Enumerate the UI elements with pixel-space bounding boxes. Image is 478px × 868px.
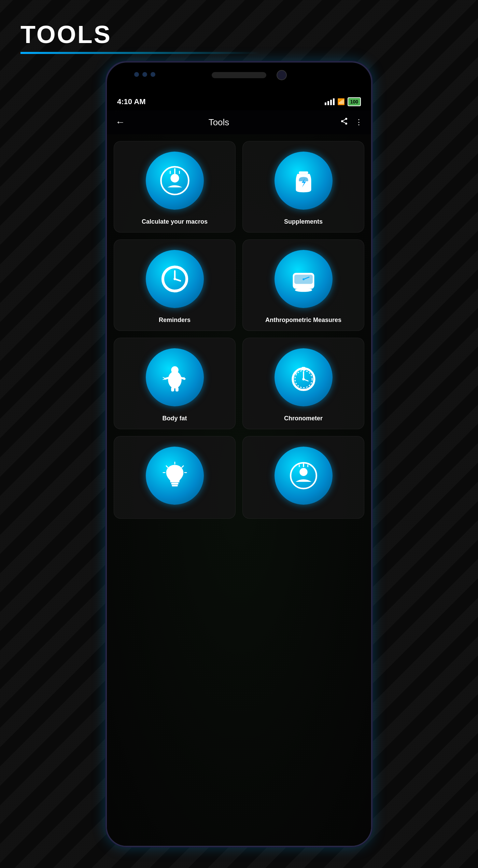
svg-text:<: < bbox=[181, 375, 184, 381]
tool-card-anthropometric[interactable]: Anthropometric Measures bbox=[242, 239, 364, 331]
status-bar: 4:10 AM 📶 100 bbox=[107, 93, 371, 110]
page-title: TOOLS bbox=[20, 20, 259, 48]
svg-point-21 bbox=[168, 371, 182, 388]
signal-bars bbox=[325, 98, 335, 105]
tips-icon-circle bbox=[146, 447, 204, 505]
phone-dot bbox=[142, 72, 147, 77]
app-content: Calculate your macros Su bbox=[107, 134, 371, 846]
tool-card-chronometer[interactable]: Chronometer bbox=[242, 338, 364, 429]
tool-card-supplements[interactable]: Supplements bbox=[242, 141, 364, 233]
signal-bar-3 bbox=[330, 100, 332, 105]
svg-point-43 bbox=[299, 468, 307, 476]
share-icon[interactable] bbox=[340, 117, 348, 127]
signal-bar-4 bbox=[333, 98, 335, 105]
svg-rect-10 bbox=[299, 171, 308, 174]
clock-icon bbox=[159, 264, 190, 294]
svg-rect-25 bbox=[171, 387, 174, 392]
tools-grid: Calculate your macros Su bbox=[107, 134, 371, 526]
back-button[interactable]: ← bbox=[115, 117, 125, 128]
svg-point-22 bbox=[171, 366, 179, 374]
phone-dot bbox=[151, 72, 155, 77]
tool-card-tips[interactable] bbox=[114, 436, 236, 519]
svg-line-39 bbox=[182, 466, 183, 467]
phone-top bbox=[107, 62, 371, 97]
svg-line-3 bbox=[343, 122, 346, 123]
tool-card-reminders[interactable]: Reminders bbox=[114, 239, 236, 331]
scale-icon bbox=[288, 264, 319, 294]
svg-point-0 bbox=[345, 118, 347, 120]
svg-line-38 bbox=[166, 466, 168, 467]
svg-rect-36 bbox=[172, 485, 178, 487]
wifi-icon: 📶 bbox=[337, 98, 345, 106]
phone-speaker bbox=[212, 72, 266, 78]
app-header-title: Tools bbox=[132, 117, 306, 128]
tool-card-nutrition[interactable] bbox=[242, 436, 364, 519]
battery-indicator: 100 bbox=[348, 97, 361, 106]
bodyfat-label: Body fat bbox=[163, 415, 187, 422]
svg-point-1 bbox=[341, 120, 343, 122]
svg-point-15 bbox=[173, 278, 176, 280]
anthropometric-icon-circle bbox=[275, 250, 333, 308]
reminders-label: Reminders bbox=[159, 317, 191, 324]
svg-point-19 bbox=[303, 278, 304, 280]
supplements-icon-circle bbox=[275, 152, 333, 210]
food-icon bbox=[159, 165, 190, 196]
tool-card-macros[interactable]: Calculate your macros bbox=[114, 141, 236, 233]
svg-point-20 bbox=[295, 288, 312, 292]
nutrition-icon bbox=[288, 460, 319, 491]
anthropometric-label: Anthropometric Measures bbox=[265, 317, 341, 324]
header-line bbox=[20, 52, 259, 54]
phone-camera bbox=[277, 70, 287, 80]
phone-dot bbox=[134, 72, 139, 77]
lightbulb-icon bbox=[159, 460, 190, 491]
phone-dots bbox=[134, 72, 155, 77]
app-header: ← Tools ⋮ bbox=[107, 110, 371, 134]
reminders-icon-circle bbox=[146, 250, 204, 308]
svg-rect-35 bbox=[171, 483, 179, 485]
svg-rect-26 bbox=[175, 387, 178, 392]
svg-text:>: > bbox=[163, 375, 166, 381]
phone-container: 4:10 AM 📶 100 ← Tools bbox=[106, 61, 372, 847]
more-menu-icon[interactable]: ⋮ bbox=[355, 118, 363, 127]
macros-label: Calculate your macros bbox=[142, 218, 208, 225]
signal-bar-1 bbox=[325, 102, 326, 105]
bodyfat-icon: > < bbox=[159, 362, 190, 393]
chronometer-icon-circle bbox=[275, 348, 333, 406]
svg-point-34 bbox=[302, 378, 305, 380]
svg-rect-30 bbox=[301, 369, 306, 370]
page-header: TOOLS bbox=[20, 20, 259, 54]
supplements-label: Supplements bbox=[284, 218, 323, 225]
svg-point-6 bbox=[170, 174, 179, 182]
chronometer-label: Chronometer bbox=[284, 415, 323, 422]
phone-frame: 4:10 AM 📶 100 ← Tools bbox=[106, 61, 372, 847]
svg-line-4 bbox=[343, 120, 346, 121]
tool-card-bodyfat[interactable]: > < Body fat bbox=[114, 338, 236, 429]
signal-bar-2 bbox=[327, 101, 329, 105]
status-icons: 📶 100 bbox=[325, 97, 361, 106]
bodyfat-icon-circle: > < bbox=[146, 348, 204, 406]
status-time: 4:10 AM bbox=[117, 97, 146, 106]
supplements-icon bbox=[288, 165, 319, 196]
svg-point-2 bbox=[345, 123, 347, 125]
macros-icon-circle bbox=[146, 152, 204, 210]
chronometer-icon bbox=[288, 362, 319, 393]
nutrition-icon-circle bbox=[275, 447, 333, 505]
header-actions: ⋮ bbox=[340, 117, 363, 127]
